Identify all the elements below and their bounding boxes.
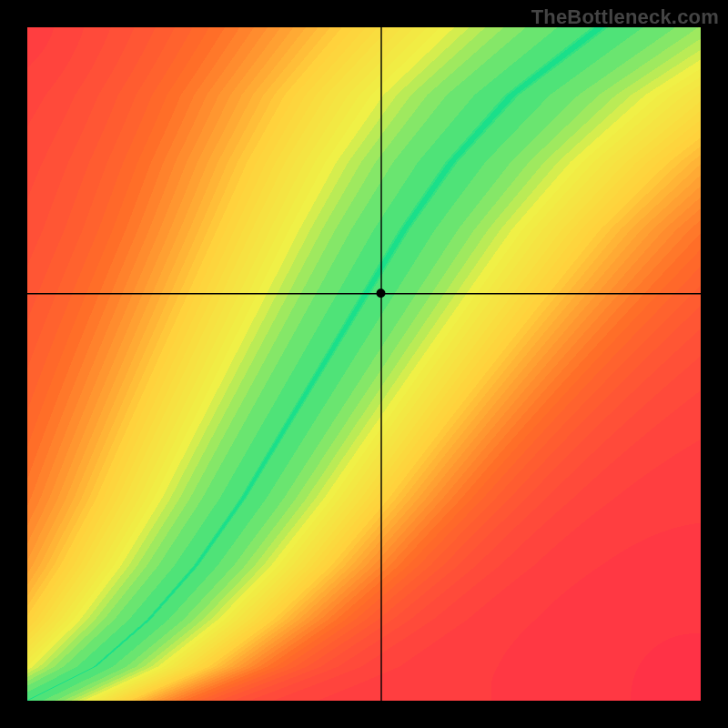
heatmap-canvas xyxy=(0,0,728,728)
chart-stage: TheBottleneck.com xyxy=(0,0,728,728)
watermark-text: TheBottleneck.com xyxy=(531,5,719,29)
